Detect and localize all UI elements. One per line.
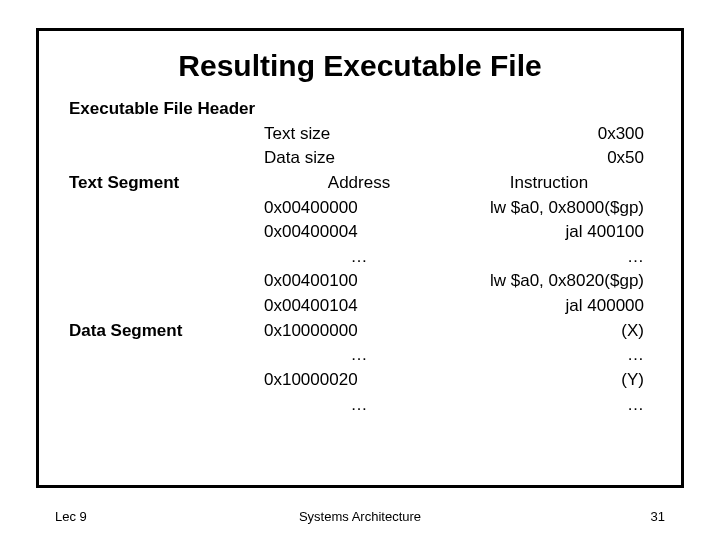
header-value-0: 0x300 <box>454 122 644 147</box>
text-instr-1: jal 400100 <box>454 220 644 245</box>
text-row-1: 0x00400004 jal 400100 <box>69 220 651 245</box>
data-ellipsis-row-2: … … <box>69 393 651 418</box>
ellipsis: … <box>264 343 454 368</box>
text-instr-3: jal 400000 <box>454 294 644 319</box>
ellipsis: … <box>454 393 644 418</box>
empty-cell <box>69 122 264 147</box>
empty-cell <box>69 269 264 294</box>
data-addr-0: 0x10000000 <box>264 319 454 344</box>
data-ellipsis-row-1: … … <box>69 343 651 368</box>
text-addr-0: 0x00400000 <box>264 196 454 221</box>
text-segment-label: Text Segment <box>69 171 264 196</box>
empty-cell <box>69 146 264 171</box>
empty-cell <box>69 220 264 245</box>
text-col-address: Address <box>264 171 454 196</box>
text-instr-0: lw $a0, 0x8000($gp) <box>454 196 644 221</box>
text-instr-2: lw $a0, 0x8020($gp) <box>454 269 644 294</box>
text-addr-1: 0x00400004 <box>264 220 454 245</box>
text-addr-2: 0x00400100 <box>264 269 454 294</box>
ellipsis: … <box>454 343 644 368</box>
slide-frame: Resulting Executable File Executable Fil… <box>36 28 684 488</box>
header-row-1: Data size 0x50 <box>69 146 651 171</box>
empty-cell <box>69 368 264 393</box>
exec-header-label: Executable File Header <box>69 97 264 122</box>
header-value-1: 0x50 <box>454 146 644 171</box>
text-row-3: 0x00400104 jal 400000 <box>69 294 651 319</box>
data-segment-row-0: Data Segment 0x10000000 (X) <box>69 319 651 344</box>
ellipsis: … <box>454 245 644 270</box>
header-label-0: Text size <box>264 122 454 147</box>
empty-cell <box>69 343 264 368</box>
data-addr-1: 0x10000020 <box>264 368 454 393</box>
data-segment-label: Data Segment <box>69 319 264 344</box>
footer-right: 31 <box>545 509 665 524</box>
header-label-1: Data size <box>264 146 454 171</box>
slide: Resulting Executable File Executable Fil… <box>0 0 720 540</box>
ellipsis: … <box>264 245 454 270</box>
header-row-0: Text size 0x300 <box>69 122 651 147</box>
empty-cell <box>69 393 264 418</box>
text-segment-header: Text Segment Address Instruction <box>69 171 651 196</box>
text-col-instruction: Instruction <box>454 171 644 196</box>
empty-cell <box>69 196 264 221</box>
data-val-1: (Y) <box>454 368 644 393</box>
footer-left: Lec 9 <box>55 509 175 524</box>
text-row-0: 0x00400000 lw $a0, 0x8000($gp) <box>69 196 651 221</box>
text-ellipsis-row-1: … … <box>69 245 651 270</box>
slide-footer: Lec 9 Systems Architecture 31 <box>55 509 665 524</box>
section-header-row: Executable File Header <box>69 97 651 122</box>
text-row-2: 0x00400100 lw $a0, 0x8020($gp) <box>69 269 651 294</box>
empty-cell <box>69 294 264 319</box>
ellipsis: … <box>264 393 454 418</box>
empty-cell <box>454 97 644 122</box>
empty-cell <box>264 97 454 122</box>
data-row-1: 0x10000020 (Y) <box>69 368 651 393</box>
slide-title: Resulting Executable File <box>69 49 651 83</box>
text-addr-3: 0x00400104 <box>264 294 454 319</box>
slide-content: Executable File Header Text size 0x300 D… <box>69 97 651 417</box>
empty-cell <box>69 245 264 270</box>
data-val-0: (X) <box>454 319 644 344</box>
footer-center: Systems Architecture <box>175 509 545 524</box>
